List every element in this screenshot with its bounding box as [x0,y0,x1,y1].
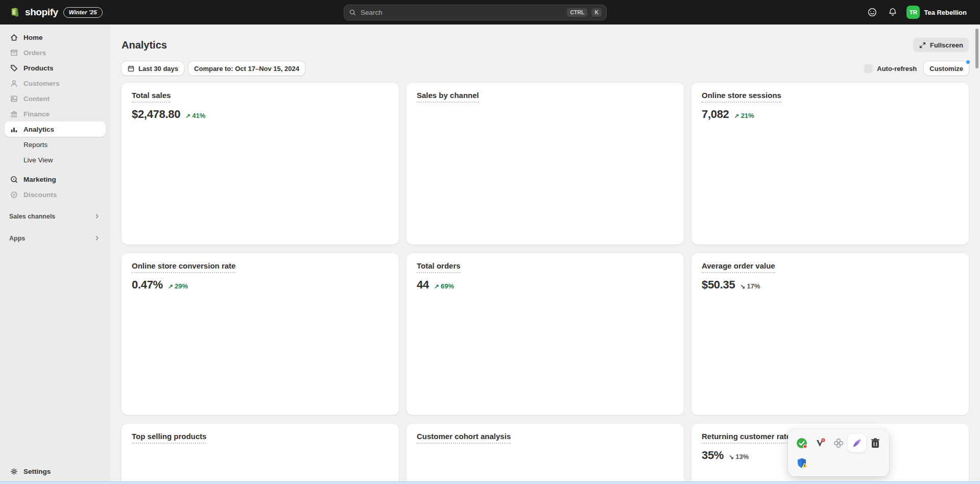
v-app-icon[interactable] [811,434,829,452]
metric-value: 35% [702,449,724,462]
topbar: shopify Winter ’25 CTRL K TR Tea Rebelli… [0,0,980,25]
analytics-icon [10,125,18,134]
sidebar-item-discounts[interactable]: Discounts [5,187,106,202]
delta-value: 17% [747,282,760,290]
sidebar-item-analytics[interactable]: Analytics [5,122,106,137]
card-top-selling-products: Top selling products [122,424,399,484]
customize-button[interactable]: Customize [924,61,969,76]
green-check-app-icon[interactable] [793,434,811,452]
sidebar-item-customers[interactable]: Customers [5,76,106,91]
metric-value: 0.47% [132,278,163,292]
fullscreen-button[interactable]: Fullscreen [913,38,969,52]
sidebar: Home Orders Products Customers Content F… [0,25,110,484]
sidekick-icon[interactable] [864,4,881,21]
shield-warning-icon[interactable] [793,454,811,472]
card-online-store-sessions: Online store sessions 7,082 ↗21% [691,83,969,245]
delta-badge: ↗41% [185,112,205,119]
sidebar-item-content[interactable]: Content [5,91,106,106]
content-icon [10,94,18,103]
card-title-sales-by-channel[interactable]: Sales by channel [417,91,479,103]
metric-value: $50.35 [702,278,735,292]
discounts-icon [10,190,18,199]
notifications-bell-icon[interactable] [884,4,901,21]
auto-refresh-toggle[interactable]: Auto-refresh [864,64,917,73]
store-name: Tea Rebellion [924,9,967,16]
scrollbar-thumb[interactable] [975,29,978,68]
products-icon [10,64,18,72]
delta-value: 29% [175,282,188,290]
main-content: Analytics Fullscreen Last 30 days Compar… [110,25,980,484]
sidebar-item-home[interactable]: Home [5,30,106,45]
sidebar-item-settings[interactable]: Settings [5,464,106,479]
card-title-aov[interactable]: Average order value [702,261,775,273]
store-account-menu[interactable]: TR Tea Rebellion [904,4,972,21]
sidebar-item-live-view[interactable]: Live View [5,152,106,167]
trend-arrow-icon: ↗ [185,112,190,119]
home-icon [10,33,18,42]
global-search[interactable]: CTRL K [344,5,607,20]
card-title-top-products[interactable]: Top selling products [132,432,206,444]
store-avatar: TR [906,6,920,19]
notification-dot [965,59,971,65]
trend-arrow-icon: ↗ [434,283,439,290]
clover-grid-icon[interactable] [829,434,848,452]
card-title-sessions[interactable]: Online store sessions [702,91,781,103]
delta-badge: ↗29% [168,282,188,290]
card-title-total-sales[interactable]: Total sales [132,91,171,103]
trend-arrow-icon: ↗ [168,283,173,290]
purple-feather-icon[interactable] [848,434,866,452]
sidebar-item-finance[interactable]: Finance [5,106,106,122]
kbd-k: K [591,8,602,17]
calendar-icon [127,65,135,72]
delta-badge: ↘17% [740,282,760,290]
page-title: Analytics [122,39,167,51]
card-title-total-orders[interactable]: Total orders [417,261,461,273]
winter-25-badge[interactable]: Winter ’25 [63,7,103,18]
compare-to-button[interactable]: Compare to: Oct 17–Nov 15, 2024 [188,61,305,76]
finance-icon [10,110,18,118]
delta-value: 69% [441,282,454,290]
date-range-button[interactable]: Last 30 days [122,61,184,76]
shopify-logo[interactable]: shopify [8,6,58,19]
trend-arrow-icon: ↗ [734,112,739,119]
card-title-cohort[interactable]: Customer cohort analysis [417,432,511,444]
chevron-right-icon [93,234,101,242]
delta-value: 13% [735,453,749,461]
delta-badge: ↗21% [734,112,754,119]
dashboard-grid: Total sales $2,478.80 ↗41% Sales by chan… [122,83,969,484]
card-title-conversion[interactable]: Online store conversion rate [132,261,235,273]
marketing-icon [10,175,18,184]
card-total-sales: Total sales $2,478.80 ↗41% [122,83,399,245]
metric-value: 44 [417,278,429,292]
trash-icon[interactable] [866,434,885,452]
trend-arrow-icon: ↘ [729,453,734,461]
chevron-right-icon [93,212,101,220]
bottom-edge-strip [0,481,980,484]
sidebar-item-products[interactable]: Products [5,60,106,76]
sidebar-section-apps[interactable]: Apps [5,234,105,242]
sidebar-item-reports[interactable]: Reports [5,137,106,152]
sidebar-section-sales-channels[interactable]: Sales channels [5,212,105,220]
shopify-bag-icon [8,6,21,19]
metric-value: 7,082 [702,108,729,121]
delta-value: 41% [192,112,205,119]
search-icon [349,9,356,16]
sidebar-item-marketing[interactable]: Marketing [5,172,106,187]
metric-value: $2,478.80 [132,108,180,121]
delta-badge: ↗69% [434,282,454,290]
floating-extension-toolbar [788,429,889,476]
shopify-wordmark: shopify [25,7,58,18]
fullscreen-icon [919,41,926,49]
sidebar-item-orders[interactable]: Orders [5,45,106,60]
trend-arrow-icon: ↘ [740,283,746,290]
card-title-returning[interactable]: Returning customer rate [702,432,791,444]
delta-value: 21% [741,112,754,119]
kbd-ctrl: CTRL [567,8,587,17]
gear-icon [10,467,18,476]
delta-badge: ↘13% [729,453,749,461]
auto-refresh-checkbox[interactable] [864,64,873,73]
orders-icon [10,49,18,57]
card-average-order-value: Average order value $50.35 ↘17% [691,253,969,415]
search-input[interactable] [361,9,563,16]
card-conversion-rate: Online store conversion rate 0.47% ↗29% [122,253,399,415]
